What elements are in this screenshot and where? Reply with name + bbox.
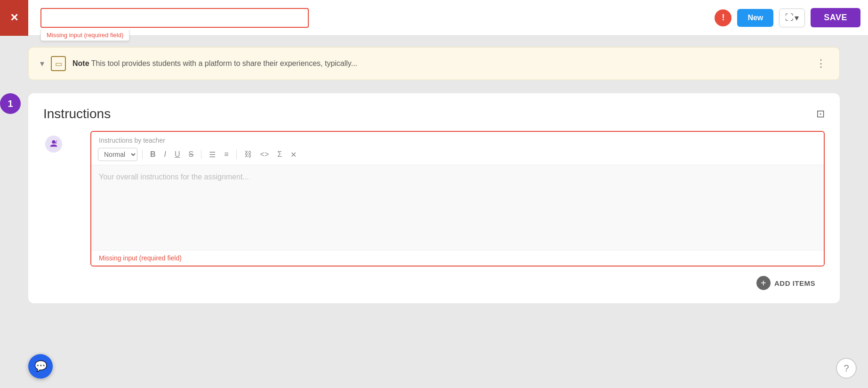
add-items-button[interactable]: + ADD ITEMS [756,276,815,290]
title-input-wrapper: Missing input (required field) [40,8,715,28]
strikethrough-button[interactable]: S [186,148,197,161]
add-items-label: ADD ITEMS [774,279,815,287]
editor-error-text: Missing input (required field) [99,254,182,262]
instructions-title: Instructions [43,106,111,121]
new-button[interactable]: New [737,9,773,27]
toolbar-divider-2 [201,150,201,159]
top-bar-actions: ! New ⛶ ▾ SAVE [715,8,860,27]
note-chevron-icon[interactable]: ▾ [40,58,44,69]
code-button[interactable]: <> [257,148,272,161]
editor-toolbar: Normal B I U S ☰ ≡ ⛓ <> Σ ✕ [91,144,824,165]
expand-icon: ⛶ [785,13,794,23]
help-icon: ? [844,363,849,374]
bullet-list-button[interactable]: ☰ [206,148,218,161]
format-select[interactable]: Normal [98,148,137,161]
editor-label: Instructions by teacher [91,132,824,144]
italic-button[interactable]: I [161,148,169,161]
close-button[interactable]: ✕ [0,0,28,36]
close-icon: ✕ [10,12,18,24]
title-input[interactable] [40,8,309,28]
instructions-editor: Instructions by teacher Normal B I U S ☰ [90,131,825,267]
title-error-tooltip: Missing input (required field) [40,30,129,41]
instructions-section: Instructions ⊡ Instructions by teacher [28,93,840,303]
add-items-circle-icon: + [756,276,771,290]
chevron-down-icon: ▾ [795,13,799,23]
note-label: Note [72,59,89,67]
toolbar-divider-3 [236,150,237,159]
editor-body[interactable]: Your overall instructions for the assign… [91,165,824,250]
expand-button[interactable]: ⛶ ▾ [779,8,805,27]
add-items-row: + ADD ITEMS [43,276,825,290]
note-text: Note This tool provides students with a … [72,59,807,68]
editor-wrapper: Instructions by teacher Normal B I U S ☰ [67,131,825,267]
note-icon: ▭ [51,56,66,71]
section-header: Instructions ⊡ [43,106,825,121]
numbered-list-button[interactable]: ≡ [221,148,231,161]
note-content: This tool provides students with a platf… [91,59,357,67]
step-circle: 1 [0,93,21,114]
title-error-text: Missing input (required field) [47,32,123,39]
editor-placeholder: Your overall instructions for the assign… [99,173,249,181]
alert-icon: ! [715,9,731,26]
help-button[interactable]: ? [836,358,857,379]
main-content: ▾ ▭ Note This tool provides students wit… [0,36,868,388]
save-button[interactable]: SAVE [811,8,860,27]
formula-button[interactable]: Σ [274,148,285,161]
bold-button[interactable]: B [147,148,159,161]
clear-format-button[interactable]: ✕ [288,148,299,161]
note-banner: ▾ ▭ Note This tool provides students wit… [28,47,840,80]
underline-button[interactable]: U [172,148,183,161]
teacher-avatar [45,136,62,153]
note-menu-icon[interactable]: ⋮ [814,57,828,70]
chat-icon: 💬 [34,360,47,372]
link-button[interactable]: ⛓ [241,148,255,161]
top-bar: ✕ Missing input (required field) ! New ⛶… [0,0,868,36]
editor-error: Missing input (required field) [91,250,824,266]
expand-section-icon[interactable]: ⊡ [816,108,825,120]
chat-button[interactable]: 💬 [28,354,53,379]
toolbar-divider-1 [142,150,143,159]
